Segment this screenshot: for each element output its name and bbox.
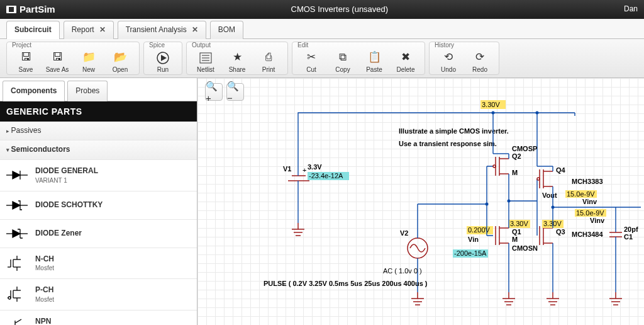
- group-label: Edit: [296, 41, 309, 49]
- group-label: Spice: [148, 41, 166, 49]
- toolbar-group-spice: Spice Run: [143, 42, 182, 75]
- tab-transient-analysis[interactable]: Transient Analysis ✕: [118, 21, 206, 39]
- delete-button[interactable]: ✖ Delete: [391, 46, 421, 75]
- tab-label: Subcircuit: [14, 25, 52, 35]
- play-circle-icon: [156, 52, 170, 64]
- run-button[interactable]: Run: [148, 46, 178, 75]
- app-name: PartSim: [19, 3, 55, 16]
- save-button[interactable]: 🖫 Save: [11, 46, 41, 75]
- scissors-icon: ✂: [304, 52, 318, 64]
- title-bar: PartSim CMOS Inverters (unsaved) Dan: [0, 0, 644, 19]
- folder-open-icon: 📂: [113, 52, 127, 64]
- tab-label: BOM: [218, 25, 235, 35]
- paste-button[interactable]: 📋 Paste: [359, 46, 389, 75]
- copy-button[interactable]: ⧉ Copy: [328, 46, 358, 75]
- group-label: Project: [11, 41, 33, 49]
- copy-icon: ⧉: [336, 52, 350, 64]
- star-icon: ★: [230, 52, 244, 64]
- group-label: History: [433, 41, 455, 49]
- undo-button[interactable]: ⟲ Undo: [433, 46, 464, 75]
- undo-arrow-icon: ⟲: [441, 52, 455, 64]
- clipboard-icon: 📋: [367, 52, 381, 64]
- floppy-plus-icon: 🖫: [50, 52, 64, 64]
- tab-report[interactable]: Report ✕: [64, 21, 114, 39]
- logo-icon: [6, 6, 16, 13]
- tab-bom[interactable]: BOM: [210, 21, 243, 39]
- app-logo: PartSim: [6, 3, 55, 16]
- netlist-button[interactable]: Netlist: [191, 46, 221, 75]
- floppy-icon: 🖫: [19, 52, 33, 64]
- document-tabs: Subcircuit Report ✕ Transient Analysis ✕…: [0, 19, 644, 39]
- toolbar-group-edit: Edit ✂ Cut ⧉ Copy 📋 Paste ✖ Delete: [292, 42, 425, 75]
- toolbar-group-history: History ⟲ Undo ⟳ Redo: [429, 42, 499, 75]
- print-button[interactable]: ⎙ Print: [253, 46, 284, 75]
- share-button[interactable]: ★ Share: [222, 46, 252, 75]
- new-button[interactable]: 📁 New: [74, 46, 104, 75]
- folder-plus-icon: 📁: [82, 52, 96, 64]
- printer-icon: ⎙: [262, 52, 275, 64]
- save-as-button[interactable]: 🖫 Save As: [42, 46, 72, 75]
- document-title: CMOS Inverters (unsaved): [55, 4, 624, 15]
- toolbar: Project 🖫 Save 🖫 Save As 📁 New 📂 Open Sp…: [0, 39, 644, 78]
- toolbar-group-output: Output Netlist ★ Share ⎙ Print: [186, 42, 288, 75]
- tab-label: Transient Analysis: [126, 25, 187, 35]
- close-icon[interactable]: ✕: [192, 25, 198, 35]
- redo-button[interactable]: ⟳ Redo: [465, 46, 495, 75]
- close-icon[interactable]: ✕: [99, 25, 106, 35]
- svg-marker-1: [161, 55, 167, 61]
- list-icon: [199, 52, 213, 64]
- group-label: Output: [191, 41, 212, 49]
- redo-arrow-icon: ⟳: [473, 52, 487, 64]
- toolbar-group-project: Project 🖫 Save 🖫 Save As 📁 New 📂 Open: [6, 42, 140, 75]
- tab-label: Report: [72, 25, 94, 35]
- open-button[interactable]: 📂 Open: [105, 46, 135, 75]
- cut-button[interactable]: ✂ Cut: [296, 46, 326, 75]
- tab-subcircuit[interactable]: Subcircuit: [6, 21, 60, 39]
- delete-icon: ✖: [399, 52, 413, 64]
- user-name: Dan: [624, 4, 638, 14]
